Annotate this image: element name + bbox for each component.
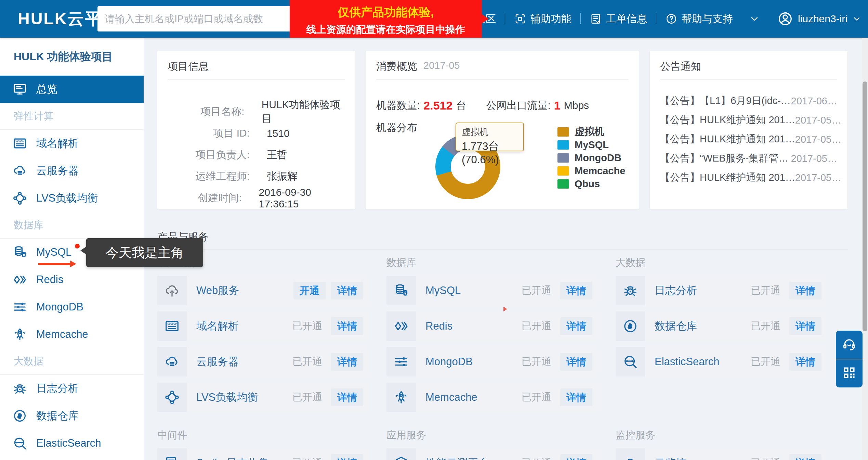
sidebar-item-label: 总览 bbox=[36, 82, 57, 97]
detail-button[interactable]: 详情 bbox=[789, 282, 821, 299]
vertical-scrollbar[interactable] bbox=[862, 38, 868, 460]
avatar-icon bbox=[777, 11, 793, 27]
detail-button[interactable]: 详情 bbox=[331, 388, 363, 406]
sidebar-item-mongodb[interactable]: MongoDB bbox=[0, 293, 144, 321]
service-name: 域名解析 bbox=[196, 319, 239, 333]
service-icon-cell bbox=[616, 347, 645, 376]
sidebar-item-memcache[interactable]: Memcache bbox=[0, 321, 144, 348]
search-input[interactable] bbox=[97, 6, 303, 31]
legend-label: Memcache bbox=[575, 165, 625, 177]
service-category-label: 中间件 bbox=[157, 427, 369, 442]
detail-button[interactable]: 详情 bbox=[560, 454, 592, 460]
service-row-mongodb: MongoDB已开通详情 bbox=[386, 347, 598, 376]
detail-button[interactable]: 详情 bbox=[789, 317, 821, 335]
sidebar-item-cloud-server[interactable]: 云服务器 bbox=[0, 157, 144, 184]
legend-item[interactable]: MongoDB bbox=[557, 151, 625, 164]
detail-button[interactable]: 详情 bbox=[560, 282, 592, 299]
customer-support-button[interactable] bbox=[836, 331, 863, 359]
chart-tooltip: 虚拟机 1.773台(70.6%) bbox=[456, 123, 524, 151]
sidebar-item-www[interactable]: www域名解析 bbox=[0, 130, 144, 157]
sidebar-item-redis[interactable]: Redis bbox=[0, 266, 144, 293]
announcement-text: 【公告】HULK维护通知 201… bbox=[660, 171, 795, 184]
announcement-date: 2017-05… bbox=[795, 115, 841, 126]
frame-icon bbox=[514, 13, 526, 25]
announcements-list: 【公告】【L1】6月9日(idc-…2017-06…【公告】HULK维护通知 2… bbox=[660, 91, 837, 187]
lvs-icon bbox=[164, 389, 180, 405]
legend-item[interactable]: 虚拟机 bbox=[557, 125, 625, 138]
elasticsearch-icon bbox=[622, 354, 638, 370]
legend-item[interactable]: MySQL bbox=[557, 138, 625, 151]
consumption-title: 消费概览 bbox=[376, 60, 417, 74]
ticket-icon bbox=[590, 13, 602, 25]
detail-button[interactable]: 详情 bbox=[331, 282, 363, 299]
sidebar-item-lvs[interactable]: LVS负载均衡 bbox=[0, 184, 144, 212]
legend-item[interactable]: Memcache bbox=[557, 164, 625, 177]
announcement-text: 【公告】HULK维护通知 201… bbox=[660, 132, 795, 146]
bandwidth-value: 1 bbox=[554, 99, 561, 112]
activate-button[interactable]: 开通 bbox=[293, 282, 326, 299]
service-row-scribe: Scribe日志收集已开通详情 bbox=[157, 448, 369, 460]
sidebar-item-warehouse[interactable]: 数据仓库 bbox=[0, 402, 144, 430]
sidebar-item-overview[interactable]: 总览 bbox=[0, 76, 144, 103]
user-menu[interactable]: liuzhen3-iri bbox=[777, 11, 862, 27]
detail-button[interactable]: 详情 bbox=[560, 353, 592, 371]
nav-more-chevron[interactable] bbox=[749, 13, 760, 25]
service-icon-cell bbox=[386, 383, 416, 412]
legend-swatch bbox=[557, 179, 569, 189]
nav-item-help[interactable]: 帮助与支持 bbox=[656, 12, 742, 26]
service-category-label: 监控服务 bbox=[616, 427, 827, 442]
service-name: 云服务器 bbox=[196, 355, 239, 369]
service-icon-cell: www bbox=[157, 311, 187, 341]
service-status: 已开通 bbox=[751, 456, 780, 460]
service-name: MongoDB bbox=[425, 356, 473, 368]
bandwidth-label: 公网出口流量: bbox=[486, 99, 550, 113]
redis-icon bbox=[393, 318, 409, 334]
service-icon-cell bbox=[157, 276, 187, 305]
cloudmonitor-icon bbox=[622, 455, 638, 460]
sidebar-item-elasticsearch[interactable]: ElasticSearch bbox=[0, 430, 144, 457]
lvs-icon bbox=[12, 191, 27, 206]
help-icon bbox=[665, 13, 678, 25]
detail-button[interactable]: 详情 bbox=[789, 454, 821, 460]
detail-button[interactable]: 详情 bbox=[331, 454, 363, 460]
svg-text:www: www bbox=[15, 139, 25, 143]
detail-button[interactable]: 详情 bbox=[560, 388, 592, 406]
service-column-1: 数据库MySQL已开通详情Redis已开通详情MongoDB已开通详情Memca… bbox=[386, 255, 598, 412]
scrollbar-thumb[interactable] bbox=[863, 81, 867, 331]
detail-button[interactable]: 详情 bbox=[560, 317, 592, 335]
announcement-item[interactable]: 【公告】“WEB服务-集群管…2017-05… bbox=[660, 149, 837, 168]
legend-label: Qbus bbox=[575, 178, 600, 190]
elasticsearch-icon bbox=[12, 436, 27, 451]
detail-button[interactable]: 详情 bbox=[789, 353, 821, 371]
announcement-item[interactable]: 【公告】HULK维护通知 201…2017-05… bbox=[660, 168, 837, 187]
sidebar-item-spider[interactable]: 日志分析 bbox=[0, 375, 144, 402]
sidebar-item-label: MongoDB bbox=[36, 301, 83, 313]
announcement-item[interactable]: 【公告】HULK维护通知 201…2017-05… bbox=[660, 111, 837, 130]
red-cursor-mark bbox=[503, 307, 507, 311]
nav-item-frame[interactable]: 辅助功能 bbox=[505, 12, 580, 26]
service-status: 已开通 bbox=[292, 456, 322, 460]
service-category-label: 大数据 bbox=[616, 255, 827, 270]
info-value: 1510 bbox=[267, 128, 290, 139]
detail-button[interactable]: 详情 bbox=[331, 317, 363, 335]
mysql-annotation-tooltip: 今天我是主角 bbox=[86, 238, 203, 267]
detail-button[interactable]: 详情 bbox=[331, 353, 363, 371]
info-label: 项目名称: bbox=[168, 105, 245, 119]
service-name: Memcache bbox=[425, 391, 477, 404]
project-info-row: 运维工程师:张振辉 bbox=[168, 166, 345, 187]
announcement-item[interactable]: 【公告】【L1】6月9日(idc-…2017-06… bbox=[660, 91, 837, 111]
memcache-icon bbox=[12, 327, 27, 342]
service-icon-cell bbox=[386, 448, 416, 460]
service-status: 已开通 bbox=[751, 355, 780, 369]
sidebar-item-label: 日志分析 bbox=[36, 381, 79, 396]
sidebar-item-label: Memcache bbox=[36, 328, 88, 341]
announcement-text: 【公告】【L1】6月9日(idc-… bbox=[660, 94, 791, 108]
announcement-date: 2017-05… bbox=[795, 134, 841, 145]
sidebar-section-label: 数据库 bbox=[0, 212, 144, 239]
nav-item-ticket[interactable]: 工单信息 bbox=[581, 12, 656, 26]
legend-item[interactable]: Qbus bbox=[557, 177, 625, 190]
service-status: 已开通 bbox=[522, 456, 551, 460]
announcement-item[interactable]: 【公告】HULK维护通知 201…2017-05… bbox=[660, 130, 837, 149]
qr-code-button[interactable] bbox=[836, 359, 863, 387]
nav-item-label: 工单信息 bbox=[606, 12, 647, 26]
